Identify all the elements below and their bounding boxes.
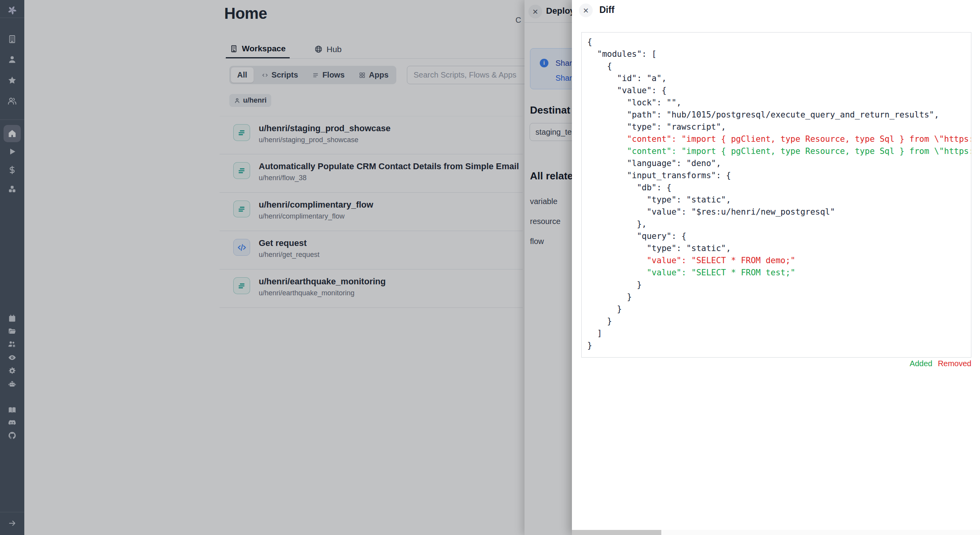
app-window: Home C Workspace Hub All	[0, 0, 980, 535]
modal-dim-overlay[interactable]	[0, 0, 572, 535]
legend-added: Added	[910, 359, 933, 368]
diff-line: "id": "a",	[587, 72, 965, 85]
diff-line: "content": "import { pgClient, type Reso…	[587, 133, 965, 145]
diff-legend: Added Removed	[910, 359, 971, 368]
diff-line: }	[587, 315, 965, 327]
diff-line: "value": "SELECT * FROM test;"	[587, 267, 965, 279]
diff-line: },	[587, 218, 965, 230]
diff-line: "db": {	[587, 182, 965, 194]
horizontal-scrollbar-track[interactable]	[572, 530, 980, 535]
diff-line: {	[587, 36, 965, 48]
diff-line: }	[587, 291, 965, 303]
diff-drawer: × Diff { "modules": [ { "id": "a", "valu…	[572, 0, 980, 535]
diff-line: "type": "rawscript",	[587, 121, 965, 133]
diff-line: "type": "static",	[587, 194, 965, 206]
diff-drawer-title: Diff	[599, 5, 614, 15]
horizontal-scrollbar-thumb[interactable]	[572, 530, 661, 535]
diff-line: "content": "import { pgClient, type Reso…	[587, 145, 965, 157]
diff-line: "value": "SELECT * FROM demo;"	[587, 255, 965, 267]
diff-line: "language": "deno",	[587, 157, 965, 170]
diff-line: "lock": "",	[587, 97, 965, 109]
diff-line: }	[587, 340, 965, 352]
diff-line: "input_transforms": {	[587, 170, 965, 182]
diff-line: "query": {	[587, 230, 965, 242]
diff-line: "value": {	[587, 85, 965, 97]
diff-line: "type": "static",	[587, 242, 965, 255]
legend-removed: Removed	[938, 359, 971, 368]
diff-line: }	[587, 303, 965, 315]
diff-line: {	[587, 60, 965, 72]
diff-line: "path": "hub/1015/postgresql/execute_que…	[587, 109, 965, 121]
diff-line: "modules": [	[587, 48, 965, 60]
diff-line: ]	[587, 327, 965, 340]
diff-line: "value": "$res:u/henri/new_postgresql"	[587, 206, 965, 218]
diff-code-viewer: { "modules": [ { "id": "a", "value": { "…	[581, 32, 971, 358]
diff-line: }	[587, 279, 965, 291]
close-icon[interactable]: ×	[579, 4, 593, 17]
